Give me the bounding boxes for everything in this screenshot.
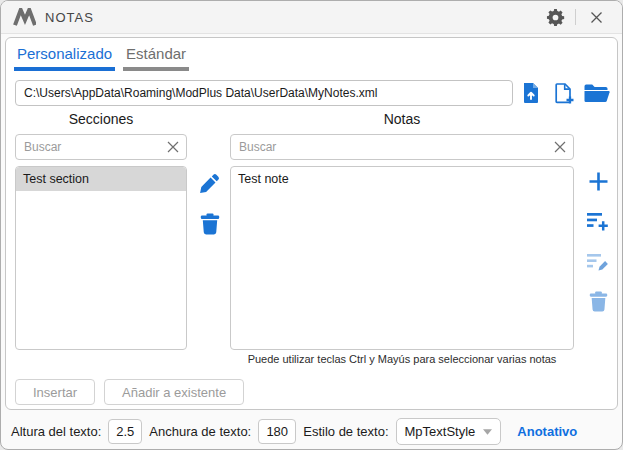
file-upload-icon <box>519 81 543 105</box>
sections-search-clear-button[interactable] <box>163 137 183 157</box>
close-icon <box>590 11 603 24</box>
insert-button[interactable]: Insertar <box>15 379 95 405</box>
new-file-button[interactable] <box>549 79 577 107</box>
annotative-toggle[interactable]: Anotativo <box>517 424 577 439</box>
note-list-item[interactable]: Test note <box>231 167 573 191</box>
list-plus-icon <box>586 210 610 232</box>
trash-disabled-icon <box>589 291 608 312</box>
text-style-dropdown[interactable]: MpTextStyle <box>396 418 502 445</box>
chevron-down-icon <box>483 429 492 435</box>
section-list-item[interactable]: Test section <box>16 167 186 191</box>
plus-icon <box>587 170 610 193</box>
pencil-icon <box>199 172 221 194</box>
clear-x-icon <box>554 141 566 153</box>
notes-header: Notas <box>230 111 574 127</box>
tab-bar: Personalizado Estándar <box>14 42 189 71</box>
trash-icon <box>200 213 220 235</box>
sections-header: Secciones <box>15 111 187 127</box>
main-panel: Personalizado Estándar <box>5 37 618 410</box>
text-height-label: Altura del texto: <box>11 424 101 439</box>
notes-search <box>230 134 574 160</box>
section-action-buttons <box>195 169 225 238</box>
window-title: NOTAS <box>45 10 94 25</box>
add-to-existing-button[interactable]: Añadir a existente <box>104 379 244 405</box>
titlebar-divider <box>575 9 576 25</box>
notes-list: Test note <box>230 166 574 350</box>
note-action-buttons <box>583 167 613 315</box>
tab-personalizado[interactable]: Personalizado <box>14 42 115 71</box>
close-button[interactable] <box>582 4 610 30</box>
gear-icon <box>546 8 565 27</box>
text-width-label: Anchura de texto: <box>149 424 251 439</box>
title-bar: NOTAS <box>1 1 622 34</box>
add-notes-list-button[interactable] <box>584 207 612 235</box>
notes-search-input[interactable] <box>230 134 574 160</box>
file-path-input[interactable] <box>15 80 513 106</box>
browse-folder-button[interactable] <box>582 79 610 107</box>
delete-section-button[interactable] <box>196 210 224 238</box>
tab-estandar[interactable]: Estándar <box>123 42 189 71</box>
notas-window: NOTAS Personalizado Estándar <box>0 0 623 450</box>
text-style-value: MpTextStyle <box>405 424 476 439</box>
settings-button[interactable] <box>541 4 569 30</box>
open-file-button[interactable] <box>517 79 545 107</box>
folder-open-icon <box>583 82 610 104</box>
add-note-button[interactable] <box>584 167 612 195</box>
text-height-input[interactable] <box>108 419 142 444</box>
sections-search-input[interactable] <box>15 134 187 160</box>
delete-note-button[interactable] <box>584 287 612 315</box>
sections-list: Test section <box>15 166 187 350</box>
text-style-label: Estilo de texto: <box>303 424 388 439</box>
notes-search-clear-button[interactable] <box>550 137 570 157</box>
edit-section-button[interactable] <box>196 169 224 197</box>
text-width-input[interactable] <box>258 419 296 444</box>
edit-note-button[interactable] <box>584 247 612 275</box>
list-edit-icon <box>586 250 610 272</box>
sections-search <box>15 134 187 160</box>
clear-x-icon <box>167 141 179 153</box>
modplus-logo-icon <box>13 8 36 27</box>
multi-select-hint: Puede utilizar teclas Ctrl y Mayús para … <box>230 353 574 365</box>
action-buttons-row: Insertar Añadir a existente <box>15 379 244 405</box>
file-add-icon <box>551 81 576 106</box>
bottom-bar: Altura del texto: Anchura de texto: Esti… <box>1 413 622 450</box>
